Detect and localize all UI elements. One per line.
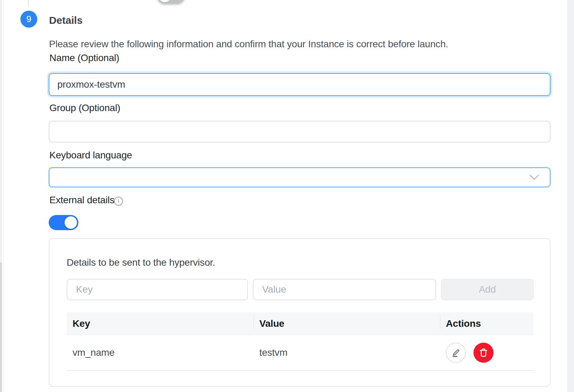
previous-section-toggle[interactable]	[157, 0, 185, 3]
page: { "step": { "number": "9", "title": "Det…	[0, 0, 574, 392]
row-actions-cell	[440, 343, 534, 363]
keyboard-language-label: Keyboard language	[49, 150, 132, 161]
review-description: Please review the following information …	[49, 39, 448, 50]
value-input[interactable]	[253, 279, 436, 300]
step-title: Details	[49, 14, 83, 26]
content-left-divider	[3, 0, 4, 392]
table-row: vm_name testvm	[67, 335, 534, 371]
left-scrollbar-thumb[interactable]	[0, 262, 2, 392]
name-label: Name (Optional)	[49, 52, 119, 63]
step-number-badge: 9	[20, 11, 37, 28]
row-key-cell: vm_name	[67, 347, 253, 358]
right-scrollbar-track[interactable]	[567, 0, 574, 392]
keyboard-language-select[interactable]	[49, 167, 551, 187]
name-input[interactable]	[49, 73, 551, 96]
toggle-knob	[65, 216, 77, 229]
info-icon[interactable]: i	[114, 197, 123, 206]
external-details-toggle[interactable]	[49, 215, 78, 230]
panel-caption: Details to be sent to the hypervisor.	[67, 257, 215, 268]
group-label: Group (Optional)	[49, 102, 120, 114]
external-details-label: External details	[49, 195, 114, 206]
chevron-down-icon	[529, 174, 539, 180]
group-input[interactable]	[49, 121, 551, 143]
pencil-icon	[451, 348, 461, 357]
key-value-table: Key Value Actions vm_name testvm	[67, 312, 534, 371]
trash-icon	[478, 347, 489, 358]
delete-button[interactable]	[473, 343, 494, 363]
toggle-knob	[159, 0, 171, 2]
key-input[interactable]	[67, 279, 248, 300]
header-key: Key	[67, 318, 253, 329]
edit-button[interactable]	[446, 343, 466, 363]
table-header-row: Key Value Actions	[67, 312, 534, 335]
row-value-cell: testvm	[253, 347, 440, 358]
header-value: Value	[253, 318, 440, 329]
step-connector-line	[28, 0, 29, 6]
key-value-form-row: Add	[67, 279, 534, 300]
add-button[interactable]: Add	[441, 279, 534, 300]
hypervisor-details-panel: Details to be sent to the hypervisor. Ad…	[49, 238, 551, 387]
header-actions: Actions	[440, 318, 534, 329]
